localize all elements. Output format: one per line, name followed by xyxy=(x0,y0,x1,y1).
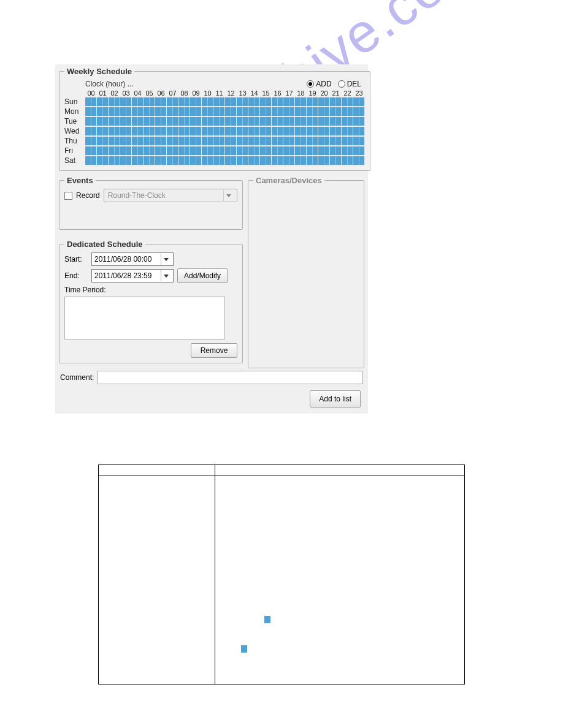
schedule-cell[interactable] xyxy=(202,137,213,146)
schedule-cell[interactable] xyxy=(248,156,260,165)
schedule-cell[interactable] xyxy=(342,127,353,136)
schedule-cell[interactable] xyxy=(283,146,295,156)
schedule-cell[interactable] xyxy=(318,156,330,165)
schedule-cell[interactable] xyxy=(283,117,295,126)
schedule-cell[interactable] xyxy=(225,107,237,116)
schedule-cell[interactable] xyxy=(132,127,144,136)
schedule-cell[interactable] xyxy=(295,156,307,165)
schedule-cell[interactable] xyxy=(213,146,225,156)
schedule-cell[interactable] xyxy=(144,146,155,156)
schedule-cell[interactable] xyxy=(260,156,272,165)
schedule-cell[interactable] xyxy=(109,146,120,156)
schedule-cell[interactable] xyxy=(260,97,272,107)
schedule-cell[interactable] xyxy=(178,97,190,107)
schedule-cell[interactable] xyxy=(330,107,342,116)
schedule-cell[interactable] xyxy=(353,137,365,146)
schedule-cell[interactable] xyxy=(248,146,260,156)
schedule-cell[interactable] xyxy=(237,156,248,165)
schedule-cell[interactable] xyxy=(342,146,353,156)
schedule-cell[interactable] xyxy=(318,146,330,156)
schedule-cell[interactable] xyxy=(144,107,155,116)
schedule-cell[interactable] xyxy=(283,97,295,107)
schedule-cell[interactable] xyxy=(213,127,225,136)
schedule-cell[interactable] xyxy=(353,97,365,107)
schedule-cell[interactable] xyxy=(237,117,248,126)
schedule-cell[interactable] xyxy=(190,107,202,116)
day-cells[interactable] xyxy=(85,137,365,146)
schedule-cell[interactable] xyxy=(109,156,120,165)
schedule-cell[interactable] xyxy=(260,117,272,126)
schedule-cell[interactable] xyxy=(155,117,167,126)
schedule-cell[interactable] xyxy=(190,97,202,107)
schedule-cell[interactable] xyxy=(109,97,120,107)
schedule-cell[interactable] xyxy=(132,97,144,107)
schedule-cell[interactable] xyxy=(330,97,342,107)
schedule-cell[interactable] xyxy=(167,107,178,116)
schedule-cell[interactable] xyxy=(225,156,237,165)
day-cells[interactable] xyxy=(85,146,365,156)
schedule-cell[interactable] xyxy=(330,127,342,136)
schedule-cell[interactable] xyxy=(225,97,237,107)
schedule-cell[interactable] xyxy=(178,137,190,146)
schedule-cell[interactable] xyxy=(120,107,132,116)
cameras-list[interactable] xyxy=(253,189,359,342)
schedule-cell[interactable] xyxy=(155,137,167,146)
add-to-list-button[interactable]: Add to list xyxy=(310,390,361,408)
schedule-cell[interactable] xyxy=(283,137,295,146)
schedule-cell[interactable] xyxy=(353,117,365,126)
schedule-cell[interactable] xyxy=(213,107,225,116)
schedule-cell[interactable] xyxy=(167,146,178,156)
schedule-cell[interactable] xyxy=(225,127,237,136)
schedule-cell[interactable] xyxy=(237,127,248,136)
schedule-cell[interactable] xyxy=(132,107,144,116)
schedule-cell[interactable] xyxy=(109,127,120,136)
schedule-cell[interactable] xyxy=(248,107,260,116)
schedule-cell[interactable] xyxy=(260,137,272,146)
schedule-cell[interactable] xyxy=(202,117,213,126)
schedule-cell[interactable] xyxy=(167,127,178,136)
schedule-cell[interactable] xyxy=(295,137,307,146)
schedule-cell[interactable] xyxy=(132,137,144,146)
comment-input[interactable] xyxy=(98,371,363,384)
day-cells[interactable] xyxy=(85,107,365,116)
schedule-cell[interactable] xyxy=(295,117,307,126)
schedule-cell[interactable] xyxy=(97,127,109,136)
schedule-cell[interactable] xyxy=(307,137,318,146)
schedule-cell[interactable] xyxy=(353,146,365,156)
schedule-cell[interactable] xyxy=(97,107,109,116)
schedule-cell[interactable] xyxy=(120,127,132,136)
schedule-cell[interactable] xyxy=(342,156,353,165)
schedule-cell[interactable] xyxy=(155,107,167,116)
schedule-cell[interactable] xyxy=(353,127,365,136)
schedule-grid[interactable]: SunMonTueWedThuFriSat xyxy=(64,97,365,165)
remove-button[interactable]: Remove xyxy=(191,343,237,358)
time-period-list[interactable] xyxy=(64,297,225,339)
schedule-cell[interactable] xyxy=(213,97,225,107)
schedule-cell[interactable] xyxy=(144,97,155,107)
schedule-cell[interactable] xyxy=(155,127,167,136)
schedule-cell[interactable] xyxy=(272,146,283,156)
schedule-cell[interactable] xyxy=(307,127,318,136)
schedule-cell[interactable] xyxy=(155,146,167,156)
start-datetime-input[interactable]: 2011/06/28 00:00 xyxy=(91,252,174,266)
schedule-cell[interactable] xyxy=(295,146,307,156)
schedule-cell[interactable] xyxy=(144,117,155,126)
schedule-cell[interactable] xyxy=(307,156,318,165)
schedule-cell[interactable] xyxy=(120,137,132,146)
schedule-cell[interactable] xyxy=(342,107,353,116)
schedule-cell[interactable] xyxy=(85,117,97,126)
schedule-cell[interactable] xyxy=(178,127,190,136)
schedule-cell[interactable] xyxy=(144,127,155,136)
schedule-cell[interactable] xyxy=(330,117,342,126)
schedule-cell[interactable] xyxy=(237,97,248,107)
schedule-cell[interactable] xyxy=(167,156,178,165)
schedule-cell[interactable] xyxy=(260,146,272,156)
record-mode-select[interactable]: Round-The-Clock xyxy=(104,189,237,202)
schedule-cell[interactable] xyxy=(283,127,295,136)
schedule-cell[interactable] xyxy=(97,117,109,126)
add-modify-button[interactable]: Add/Modify xyxy=(177,268,228,283)
schedule-cell[interactable] xyxy=(190,146,202,156)
schedule-cell[interactable] xyxy=(85,137,97,146)
schedule-cell[interactable] xyxy=(272,137,283,146)
schedule-cell[interactable] xyxy=(109,117,120,126)
